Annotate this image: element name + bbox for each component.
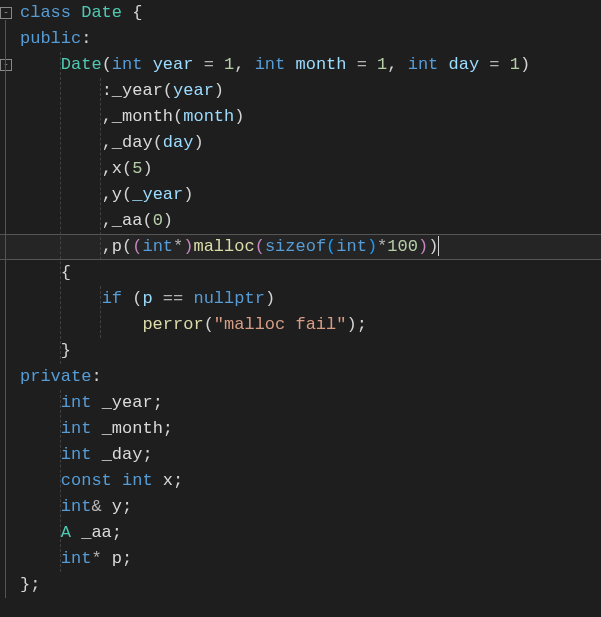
paren-open: ( <box>132 237 142 256</box>
paren-open: ( <box>255 237 265 256</box>
paren-open: ( <box>163 81 173 100</box>
code-area[interactable]: class Date { public: Date(int year = 1, … <box>14 0 601 617</box>
member-p: p <box>112 237 122 256</box>
op-amp: & <box>91 497 101 516</box>
code-line[interactable]: int _day; <box>14 442 601 468</box>
code-line[interactable]: } <box>14 338 601 364</box>
paren-open: ( <box>122 237 132 256</box>
code-line[interactable]: Date(int year = 1, int month = 1, int da… <box>14 52 601 78</box>
comma: , <box>102 185 112 204</box>
code-line[interactable]: const int x; <box>14 468 601 494</box>
code-line[interactable]: { <box>14 260 601 286</box>
code-line[interactable]: int& y; <box>14 494 601 520</box>
var-year: _year <box>132 185 183 204</box>
type-int: int <box>61 393 92 412</box>
member-month: _month <box>112 107 173 126</box>
fold-guide-line <box>5 20 6 598</box>
semicolon: ; <box>357 315 367 334</box>
op-eq: = <box>357 55 367 74</box>
brace-close: } <box>61 341 71 360</box>
type-int: int <box>112 55 143 74</box>
param-year: year <box>153 55 194 74</box>
paren-close: ) <box>193 133 203 152</box>
brace-open: { <box>132 3 142 22</box>
fn-perror: perror <box>142 315 203 334</box>
colon: : <box>102 81 112 100</box>
type-int: int <box>336 237 367 256</box>
paren-close: ) <box>418 237 428 256</box>
semicolon: ; <box>112 523 122 542</box>
paren-open: ( <box>173 107 183 126</box>
code-editor[interactable]: - - class Date { public: Date(int year =… <box>0 0 601 617</box>
code-line[interactable]: if (p == nullptr) <box>14 286 601 312</box>
semicolon: ; <box>163 419 173 438</box>
num-literal: 100 <box>387 237 418 256</box>
code-line[interactable]: ,_aa(0) <box>14 208 601 234</box>
fold-gutter: - - <box>0 0 14 617</box>
paren-close: ) <box>520 55 530 74</box>
fold-marker-class[interactable]: - <box>0 7 12 19</box>
param-month: month <box>295 55 346 74</box>
keyword-if: if <box>102 289 122 308</box>
member-y: y <box>112 185 122 204</box>
code-line[interactable]: ,_day(day) <box>14 130 601 156</box>
semicolon: ; <box>142 445 152 464</box>
semicolon: ; <box>122 549 132 568</box>
keyword-const: const <box>61 471 112 490</box>
code-line[interactable]: private: <box>14 364 601 390</box>
paren-open: ( <box>153 133 163 152</box>
member-day: _day <box>102 445 143 464</box>
num-literal: 1 <box>377 55 387 74</box>
code-line[interactable]: int _month; <box>14 416 601 442</box>
type-int: int <box>61 445 92 464</box>
paren-open: ( <box>102 55 112 74</box>
comma: , <box>102 107 112 126</box>
member-day: _day <box>112 133 153 152</box>
paren-close: ) <box>163 211 173 230</box>
code-line[interactable]: public: <box>14 26 601 52</box>
var-year: year <box>173 81 214 100</box>
code-line[interactable]: ,p((int*)malloc(sizeof(int)*100)) <box>14 234 601 260</box>
paren-close: ) <box>234 107 244 126</box>
num-literal: 0 <box>153 211 163 230</box>
code-line[interactable]: class Date { <box>14 0 601 26</box>
paren-open: ( <box>326 237 336 256</box>
paren-open: ( <box>132 289 142 308</box>
paren-open: ( <box>122 159 132 178</box>
fold-marker-ctor[interactable]: - <box>0 59 12 71</box>
code-line[interactable]: ,_month(month) <box>14 104 601 130</box>
member-month: _month <box>102 419 163 438</box>
code-line[interactable]: }; <box>14 572 601 598</box>
code-line[interactable]: :_year(year) <box>14 78 601 104</box>
keyword-public: public <box>20 29 81 48</box>
fn-malloc: malloc <box>193 237 254 256</box>
code-line[interactable]: perror("malloc fail"); <box>14 312 601 338</box>
type-int: int <box>61 549 92 568</box>
member-p: p <box>112 549 122 568</box>
code-line[interactable]: int _year; <box>14 390 601 416</box>
num-literal: 1 <box>224 55 234 74</box>
op-eq: = <box>204 55 214 74</box>
semicolon: ; <box>153 393 163 412</box>
code-line[interactable]: ,y(_year) <box>14 182 601 208</box>
num-literal: 5 <box>132 159 142 178</box>
semicolon: ; <box>122 497 132 516</box>
code-line[interactable]: int* p; <box>14 546 601 572</box>
paren-close: ) <box>183 237 193 256</box>
paren-close: ) <box>428 237 438 256</box>
paren-open: ( <box>204 315 214 334</box>
code-line[interactable]: ,x(5) <box>14 156 601 182</box>
op-star: * <box>173 237 183 256</box>
member-year: _year <box>112 81 163 100</box>
comma: , <box>102 237 112 256</box>
keyword-nullptr: nullptr <box>193 289 264 308</box>
num-literal: 1 <box>510 55 520 74</box>
paren-open: ( <box>122 185 132 204</box>
brace-close: } <box>20 575 30 594</box>
member-x: x <box>112 159 122 178</box>
type-name: Date <box>81 3 122 22</box>
comma: , <box>102 133 112 152</box>
code-line[interactable]: A _aa; <box>14 520 601 546</box>
paren-open: ( <box>142 211 152 230</box>
paren-close: ) <box>346 315 356 334</box>
